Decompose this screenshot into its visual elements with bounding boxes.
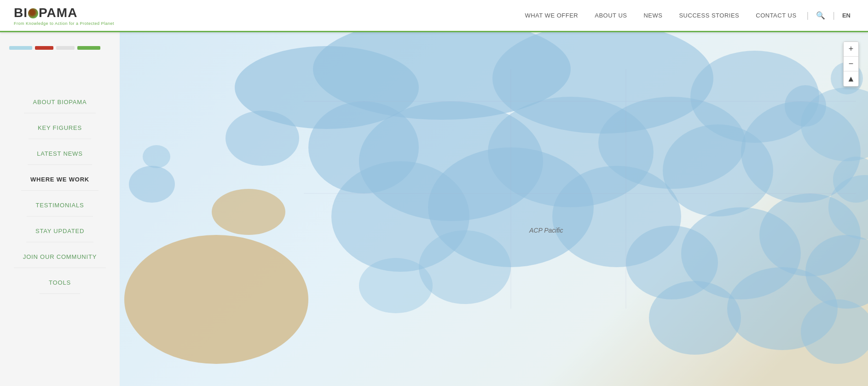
sidebar-item-key-figures[interactable]: KEY FIGURES bbox=[29, 117, 91, 139]
legend-green bbox=[77, 46, 100, 50]
logo-o-icon bbox=[28, 8, 38, 18]
zoom-in-button[interactable]: + bbox=[844, 42, 858, 57]
nav-about-us[interactable]: ABOUT US bbox=[588, 8, 633, 23]
logo-bio: BI bbox=[14, 6, 28, 20]
map-controls: + − ▲ bbox=[843, 41, 859, 87]
svg-point-28 bbox=[129, 166, 175, 203]
svg-point-31 bbox=[419, 230, 511, 304]
svg-point-1 bbox=[124, 235, 308, 364]
legend-blue bbox=[9, 46, 32, 50]
nav-what-we-offer[interactable]: WHAT WE OFFER bbox=[518, 8, 584, 23]
map-svg: ACP Pacific bbox=[120, 32, 868, 386]
nav-lang-divider: | bbox=[833, 11, 835, 20]
zoom-out-button[interactable]: − bbox=[844, 57, 858, 71]
sidebar-item-about-biopama[interactable]: ABOUT BIOPAMA bbox=[24, 91, 96, 113]
sidebar-item-latest-news[interactable]: LATEST NEWS bbox=[28, 143, 92, 165]
logo-tagline: From Knowledge to Action for a Protected… bbox=[14, 21, 114, 26]
sidebar-item-stay-updated[interactable]: STAY UPDATED bbox=[26, 220, 93, 242]
sidebar-item-join-community[interactable]: JOIN OUR COMMUNITY bbox=[14, 246, 106, 268]
sidebar-nav: ABOUT BIOPAMA KEY FIGURES LATEST NEWS WH… bbox=[0, 91, 120, 294]
legend-bar bbox=[0, 41, 120, 59]
svg-point-21 bbox=[649, 281, 741, 355]
svg-point-32 bbox=[359, 258, 433, 313]
logo-text: BIPAMA bbox=[14, 6, 77, 20]
svg-text:ACP Pacific: ACP Pacific bbox=[529, 227, 563, 234]
compass-button[interactable]: ▲ bbox=[844, 71, 858, 86]
logo-pama: PAMA bbox=[39, 6, 77, 20]
svg-point-25 bbox=[785, 85, 826, 127]
sidebar: ABOUT BIOPAMA KEY FIGURES LATEST NEWS WH… bbox=[0, 32, 120, 386]
main-nav: WHAT WE OFFER ABOUT US NEWS SUCCESS STOR… bbox=[518, 7, 854, 23]
svg-point-30 bbox=[226, 111, 299, 166]
sidebar-item-tools[interactable]: TOOLS bbox=[40, 272, 80, 294]
logo[interactable]: BIPAMA From Knowledge to Action for a Pr… bbox=[14, 6, 114, 26]
main-layout: ABOUT BIOPAMA KEY FIGURES LATEST NEWS WH… bbox=[0, 32, 868, 386]
language-selector[interactable]: EN bbox=[839, 8, 854, 23]
nav-divider: | bbox=[807, 11, 809, 20]
header: BIPAMA From Knowledge to Action for a Pr… bbox=[0, 0, 868, 32]
search-icon[interactable]: 🔍 bbox=[812, 7, 829, 23]
nav-contact-us[interactable]: CONTACT US bbox=[749, 8, 803, 23]
map-container[interactable]: ACP Pacific + − ▲ bbox=[120, 32, 868, 386]
legend-white bbox=[56, 46, 75, 50]
sidebar-item-where-we-work[interactable]: WHERE WE WORK bbox=[21, 169, 98, 191]
legend-red bbox=[35, 46, 53, 50]
nav-news[interactable]: NEWS bbox=[637, 8, 669, 23]
sidebar-item-testimonials[interactable]: TESTIMONIALS bbox=[27, 194, 93, 216]
nav-success-stories[interactable]: SUCCESS STORIES bbox=[672, 8, 746, 23]
svg-point-29 bbox=[143, 145, 170, 168]
svg-point-2 bbox=[212, 189, 285, 235]
